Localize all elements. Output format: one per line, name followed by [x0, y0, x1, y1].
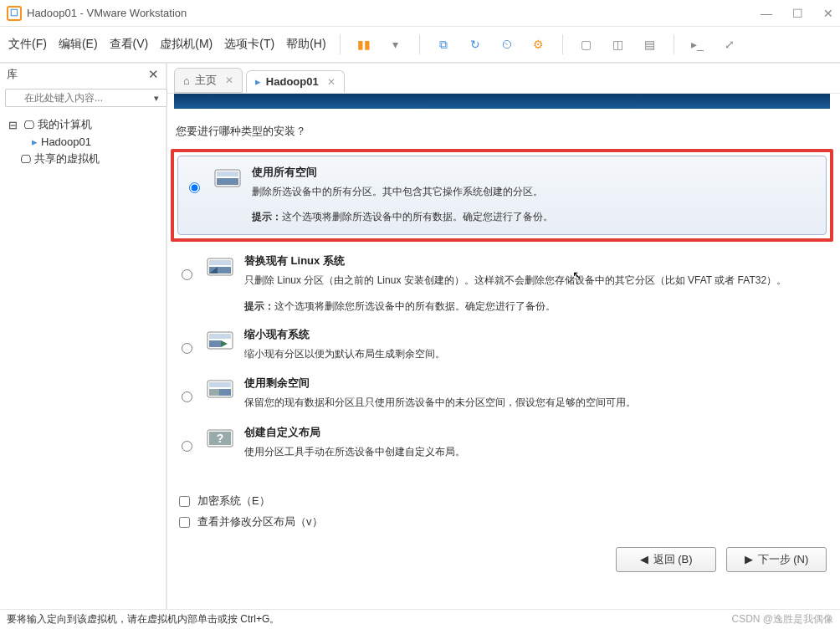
menu-tabs[interactable]: 选项卡(T) — [224, 37, 274, 52]
highlight-annotation: 使用所有空间 删除所选设备中的所有分区。其中包含其它操作系统创建的分区。 提示：… — [171, 149, 833, 242]
fullscreen-icon[interactable]: ⤢ — [720, 34, 740, 54]
option-hint: 提示：这个选项将删除您所选设备中的所有数据。确定您进行了备份。 — [244, 299, 823, 314]
option-title: 缩小现有系统 — [244, 327, 823, 342]
svg-rect-13 — [209, 389, 219, 396]
option-title: 使用所有空间 — [252, 165, 816, 180]
sidebar-title: 库 — [7, 67, 18, 82]
library-search-input[interactable] — [5, 89, 167, 107]
option-free-space[interactable]: 使用剩余空间 保留您的现有数据和分区且只使用所选设备中的未分区空间，假设您有足够… — [171, 371, 833, 419]
status-text: 要将输入定向到该虚拟机，请在虚拟机内部单击或按 Ctrl+G。 — [7, 612, 279, 626]
library-sidebar: 库 ✕ ⊟ 🖵 我的计算机 ▸ Hadoop01 🖵 共享的虚拟机 — [0, 64, 167, 609]
back-button[interactable]: ◀返回 (B) — [616, 547, 716, 572]
dropdown-icon[interactable]: ▾ — [386, 34, 406, 54]
menubar: 文件(F) 编辑(E) 查看(V) 虚拟机(M) 选项卡(T) 帮助(H) ▮▮… — [0, 27, 840, 64]
watermark-text: CSDN @逸胜是我偶像 — [731, 612, 833, 626]
svg-rect-9 — [209, 340, 221, 347]
disk-free-icon — [206, 376, 234, 404]
view-single-icon[interactable]: ▢ — [576, 34, 597, 54]
menu-edit[interactable]: 编辑(E) — [59, 37, 98, 52]
home-icon: ⌂ — [183, 74, 190, 87]
svg-text:?: ? — [217, 432, 224, 445]
option-use-all-space[interactable]: 使用所有空间 删除所选设备中的所有分区。其中包含其它操作系统创建的分区。 提示：… — [177, 156, 827, 235]
option-desc: 缩小现有分区以便为默认布局生成剩余空间。 — [244, 345, 823, 362]
option-desc: 删除所选设备中的所有分区。其中包含其它操作系统创建的分区。 — [252, 183, 816, 200]
tab-hadoop01[interactable]: ▸ Hadoop01 ✕ — [246, 70, 345, 93]
svg-rect-4 — [209, 260, 231, 265]
menu-help[interactable]: 帮助(H) — [286, 37, 325, 52]
revert-icon[interactable]: ↻ — [465, 34, 485, 54]
vm-console[interactable]: 您要进行哪种类型的安装？ 使用所有空间 删除所选设备中的所有分区。其中包含其它操… — [167, 94, 840, 609]
option-title: 使用剩余空间 — [244, 376, 823, 391]
window-title: Hadoop01 - VMware Workstation — [27, 7, 187, 19]
disk-shrink-icon — [206, 327, 234, 355]
vmware-logo-icon: ☐ — [7, 6, 22, 21]
tree-root-my-computer[interactable]: ⊟ 🖵 我的计算机 — [3, 115, 162, 134]
option-title: 创建自定义布局 — [244, 425, 823, 440]
svg-rect-14 — [219, 389, 231, 396]
svg-rect-8 — [209, 334, 231, 339]
menu-vm[interactable]: 虚拟机(M) — [160, 37, 213, 52]
snapshot-manager-icon[interactable]: ⏲ — [497, 34, 517, 54]
svg-rect-12 — [209, 382, 231, 387]
tab-home[interactable]: ⌂ 主页 ✕ — [174, 68, 243, 93]
tab-bar: ⌂ 主页 ✕ ▸ Hadoop01 ✕ — [167, 64, 840, 94]
maximize-button[interactable]: ☐ — [792, 7, 803, 20]
minimize-button[interactable]: — — [761, 7, 772, 20]
svg-rect-1 — [217, 171, 238, 176]
radio-replace-linux[interactable] — [182, 269, 192, 280]
view-unity-icon[interactable]: ▤ — [640, 34, 660, 54]
option-desc: 使用分区工具手动在所选设备中创建自定义布局。 — [244, 443, 823, 460]
arrow-left-icon: ◀ — [640, 553, 648, 565]
monitor-icon: 🖵 — [23, 119, 34, 131]
next-button[interactable]: ▶下一步 (N) — [726, 547, 827, 572]
sidebar-close-icon[interactable]: ✕ — [148, 67, 159, 82]
tree-vm-hadoop01[interactable]: ▸ Hadoop01 — [3, 134, 162, 150]
option-desc: 只删除 Linux 分区（由之前的 Linux 安装创建的）。这样就不会删除您存… — [244, 272, 823, 289]
checkbox-review-layout[interactable]: 查看并修改分区布局（v） — [176, 514, 833, 530]
radio-use-all-space[interactable] — [189, 182, 200, 193]
disk-replace-icon — [206, 253, 234, 282]
vm-tab-icon: ▸ — [255, 75, 261, 88]
disk-all-icon — [213, 165, 242, 193]
window-titlebar: ☐ Hadoop01 - VMware Workstation — ☐ ✕ — [0, 0, 840, 27]
option-hint: 提示：这个选项将删除所选设备中的所有数据。确定您进行了备份。 — [252, 210, 816, 224]
tree-shared-vms[interactable]: 🖵 共享的虚拟机 — [3, 150, 162, 168]
option-title: 替换现有 Linux 系统 — [244, 253, 823, 268]
option-custom-layout[interactable]: ? 创建自定义布局 使用分区工具手动在所选设备中创建自定义布局。 — [171, 420, 833, 468]
radio-custom-layout[interactable] — [182, 441, 192, 452]
manage-icon[interactable]: ⚙ — [529, 34, 549, 54]
svg-rect-2 — [217, 178, 238, 185]
arrow-right-icon: ▶ — [745, 553, 753, 565]
view-split-icon[interactable]: ◫ — [608, 34, 628, 54]
vm-icon: ▸ — [32, 136, 38, 148]
checkbox-encrypt-system[interactable]: 加密系统（E） — [176, 493, 833, 509]
option-desc: 保留您的现有数据和分区且只使用所选设备中的未分区空间，假设您有足够的空间可用。 — [244, 394, 823, 411]
console-icon[interactable]: ▸_ — [688, 34, 708, 54]
snapshot-icon[interactable]: ⧉ — [433, 34, 453, 54]
shared-icon: 🖵 — [20, 153, 31, 166]
menu-view[interactable]: 查看(V) — [110, 37, 149, 52]
option-replace-linux[interactable]: 替换现有 Linux 系统 只删除 Linux 分区（由之前的 Linux 安装… — [171, 248, 833, 321]
install-type-question: 您要进行哪种类型的安装？ — [176, 124, 833, 139]
radio-shrink[interactable] — [182, 343, 192, 354]
status-bar: 要将输入定向到该虚拟机，请在虚拟机内部单击或按 Ctrl+G。 CSDN @逸胜… — [0, 609, 840, 629]
menu-file[interactable]: 文件(F) — [8, 37, 47, 52]
close-button[interactable]: ✕ — [823, 7, 833, 20]
collapse-icon: ⊟ — [8, 119, 20, 131]
pause-icon[interactable]: ▮▮ — [354, 34, 374, 54]
radio-free-space[interactable] — [182, 391, 192, 402]
disk-custom-icon: ? — [206, 425, 234, 453]
option-shrink[interactable]: 缩小现有系统 缩小现有分区以便为默认布局生成剩余空间。 — [171, 322, 833, 371]
close-tab-icon[interactable]: ✕ — [327, 76, 335, 88]
close-tab-icon[interactable]: ✕ — [225, 74, 233, 86]
